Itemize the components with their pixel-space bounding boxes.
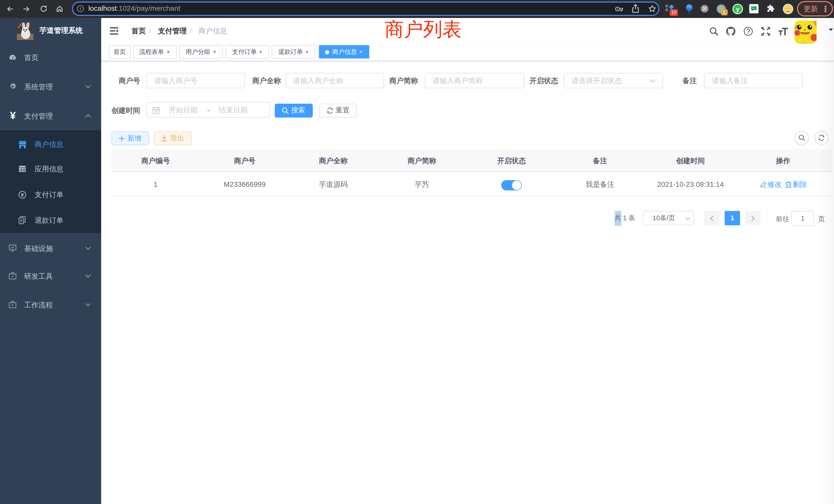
- svg-text:y: y: [736, 6, 740, 13]
- svg-text:⌘: ⌘: [702, 6, 707, 12]
